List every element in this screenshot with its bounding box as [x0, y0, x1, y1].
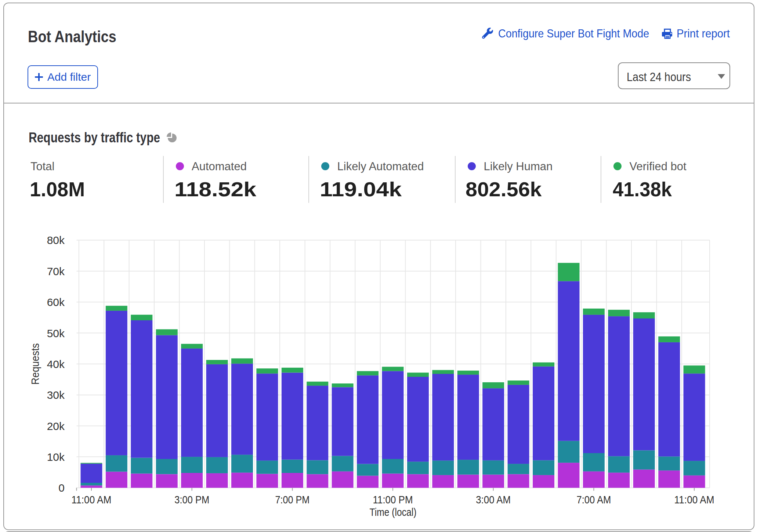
svg-text:40k: 40k: [47, 358, 65, 370]
svg-text:11:00 AM: 11:00 AM: [72, 493, 112, 506]
svg-text:11:00 AM: 11:00 AM: [674, 493, 714, 506]
svg-text:Requests: Requests: [29, 343, 41, 385]
svg-text:0: 0: [58, 482, 65, 494]
svg-text:7:00 PM: 7:00 PM: [275, 493, 309, 506]
svg-text:20k: 20k: [47, 420, 65, 432]
svg-text:Time (local): Time (local): [370, 506, 417, 518]
svg-text:50k: 50k: [47, 327, 65, 339]
svg-text:7:00 AM: 7:00 AM: [576, 493, 611, 506]
svg-text:11:00 PM: 11:00 PM: [373, 493, 413, 506]
svg-text:80k: 80k: [47, 234, 65, 246]
svg-text:30k: 30k: [47, 389, 65, 401]
svg-text:60k: 60k: [47, 296, 65, 308]
svg-text:3:00 AM: 3:00 AM: [476, 493, 511, 506]
svg-text:10k: 10k: [47, 451, 65, 463]
svg-text:70k: 70k: [47, 265, 65, 277]
svg-text:3:00 PM: 3:00 PM: [174, 493, 209, 506]
